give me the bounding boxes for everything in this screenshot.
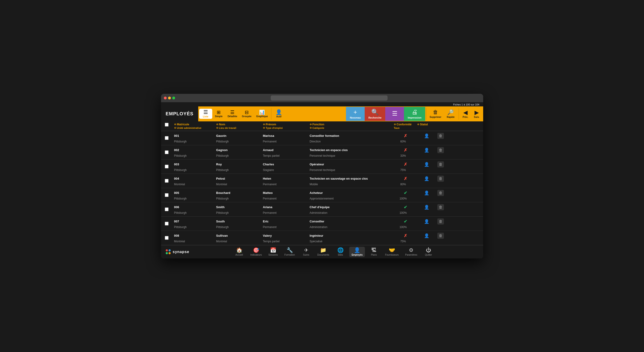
delete-button-1[interactable]: 🗑	[437, 147, 444, 153]
nav-item-quitter[interactable]: ⏻ Quitter	[422, 247, 436, 257]
header-main: EMPLOYÉS ☰ Liste ⊞ Simple	[161, 106, 483, 121]
cell-actions-4: 🗑	[436, 190, 445, 196]
view-groupee-button[interactable]: ⊟ Groupée	[240, 109, 254, 119]
fournisseurs-nav-label: Fournisseurs	[385, 253, 398, 256]
row-content-4: 005 Bouchard Matteo Acheteur ✔ 👤 🗑 Pitts…	[174, 188, 480, 202]
fiches-info: Fiches 1 à 100 sur 104	[453, 103, 480, 106]
row-main-3: 004 Pelosi Helen Technicien en sauvetage…	[174, 174, 480, 182]
suiv-button[interactable]: ▶ Suiv.	[471, 107, 482, 121]
select-all-checkbox[interactable]	[165, 123, 168, 127]
supprimer-button[interactable]: 🗑 Supprimer	[427, 107, 444, 121]
quitter-nav-label: Quitter	[425, 253, 432, 256]
recherche-button[interactable]: 🔍 Recherche	[365, 107, 385, 121]
nouveau-button[interactable]: + Nouveau	[346, 107, 365, 121]
cell-categorie-7: Spécialisé	[310, 240, 394, 243]
row-checkbox-6-input[interactable]	[165, 222, 168, 225]
nav-item-fournisseurs[interactable]: 🤝 Fournisseurs	[383, 247, 401, 257]
cell-actions-1: 🗑	[436, 147, 445, 153]
cell-conformite-5: ✔	[394, 205, 417, 210]
nav-item-parametres[interactable]: ⚙ Paramètres	[403, 247, 420, 257]
quitter-nav-icon: ⏻	[426, 248, 431, 253]
nav-item-suivis[interactable]: ✈ Suivis	[299, 247, 313, 257]
row-checkbox-3-input[interactable]	[165, 179, 168, 183]
parametres-nav-icon: ⚙	[409, 248, 414, 253]
delete-button-7[interactable]: 🗑	[437, 233, 444, 239]
nav-item-indicateurs[interactable]: 🎯 Indicateurs	[248, 247, 264, 257]
row-checkbox-1-input[interactable]	[165, 150, 168, 154]
table-row[interactable]: 007 South Eric Conseiller ✔ 👤 🗑 Pittsbur…	[161, 217, 483, 231]
cell-type-emploi-6: Permanent	[263, 225, 310, 229]
row-checkbox-4-input[interactable]	[165, 193, 168, 197]
menu-button[interactable]: ☰	[385, 107, 404, 121]
delete-button-0[interactable]: 🗑	[437, 133, 444, 139]
row-content-2: 003 Roy Charles Opérateur ✗ 👤 🗑 Pittsbur…	[174, 160, 480, 174]
fullscreen-button[interactable]	[172, 97, 175, 99]
filter-actif-button[interactable]: 👤 Actif	[272, 109, 286, 119]
delete-button-2[interactable]: 🗑	[437, 161, 444, 167]
header-checkbox-col	[165, 123, 174, 129]
table-row[interactable]: 002 Gagnon Arnaud Technicien en espace c…	[161, 145, 483, 160]
cell-actions-0: 🗑	[436, 133, 445, 139]
impression-button[interactable]: 🖨 Impression	[404, 107, 425, 121]
nav-item-sites[interactable]: 🌐 Sites	[333, 247, 347, 257]
delete-button-6[interactable]: 🗑	[437, 218, 444, 224]
minimize-button[interactable]	[168, 97, 171, 99]
toolbar-inner: ☰ Liste ⊞ Simple ☰ Détaillée	[198, 106, 483, 121]
nav-item-sessions[interactable]: 📅 Sessions	[266, 247, 280, 257]
table-row[interactable]: 003 Roy Charles Opérateur ✗ 👤 🗑 Pittsbur…	[161, 160, 483, 174]
cell-statut-6: 👤	[417, 219, 436, 224]
row-checkbox-7-input[interactable]	[165, 236, 168, 240]
cell-categorie-1: Personnel technique	[310, 154, 394, 157]
cell-fonction-0: Conseiller formation	[310, 134, 394, 138]
cell-taux-5: 100%	[394, 211, 412, 214]
table-row[interactable]: 004 Pelosi Helen Technicien en sauvetage…	[161, 174, 483, 188]
cell-categorie-3: Mobile	[310, 183, 394, 186]
view-simple-button[interactable]: ⊞ Simple	[212, 109, 225, 119]
table-row[interactable]: 008 Sullivan Valery Ingénieur ✗ 👤 🗑 Mont…	[161, 231, 483, 245]
cell-type-emploi-3: Permanent	[263, 183, 310, 186]
statut-person-icon: 👤	[424, 176, 429, 181]
cell-conformite-2: ✗	[394, 162, 417, 167]
cell-conformite-1: ✗	[394, 148, 417, 153]
cell-type-emploi-7: Temps partiel	[263, 240, 310, 243]
row-content-7: 008 Sullivan Valery Ingénieur ✗ 👤 🗑 Mont…	[174, 231, 480, 245]
nav-item-documents[interactable]: 📁 Documents	[315, 247, 332, 257]
titlebar	[161, 94, 483, 102]
cell-statut-4: 👤	[417, 190, 436, 196]
nav-item-plans[interactable]: 🏗 Plans	[367, 247, 381, 257]
row-sub-2: Pittsburgh Pittsburgh Stagiaire Personne…	[174, 168, 480, 174]
view-detaillee-button[interactable]: ☰ Détaillée	[225, 109, 240, 119]
delete-button-4[interactable]: 🗑	[437, 190, 444, 196]
sites-nav-label: Sites	[338, 253, 343, 256]
groupee-icon: ⊟	[245, 110, 249, 115]
delete-button-3[interactable]: 🗑	[437, 176, 444, 182]
cell-matricule-3: 004	[174, 177, 216, 180]
cell-matricule-1: 002	[174, 148, 216, 152]
nav-item-formation[interactable]: 🔧 Formation	[282, 247, 297, 257]
row-checkbox-5-input[interactable]	[165, 207, 168, 211]
delete-button-5[interactable]: 🗑	[437, 204, 444, 210]
row-checkbox-2-input[interactable]	[165, 165, 168, 168]
nav-item-accueil[interactable]: 🏠 Accueil	[232, 247, 246, 257]
titlebar-search[interactable]	[271, 95, 388, 101]
table-row[interactable]: 006 Smith Ariana Chef d'équipe ✔ 👤 🗑 Pit…	[161, 202, 483, 217]
prec-button[interactable]: ◀ Préc.	[460, 107, 471, 121]
cell-actions-6: 🗑	[436, 218, 445, 224]
rapide-button[interactable]: 🔎 Rapide	[444, 107, 458, 121]
cell-nom-0: Gauvin	[216, 134, 263, 138]
row-main-2: 003 Roy Charles Opérateur ✗ 👤 🗑	[174, 160, 480, 168]
title-block: EMPLOYÉS	[161, 106, 198, 121]
logo-dot-orange	[168, 252, 171, 254]
nav-item-employes[interactable]: 👤 Employés	[349, 247, 365, 257]
close-button[interactable]	[164, 97, 167, 99]
conformite-x-icon: ✗	[404, 162, 407, 167]
table-row[interactable]: 005 Bouchard Matteo Acheteur ✔ 👤 🗑 Pitts…	[161, 188, 483, 202]
cell-matricule-7: 008	[174, 234, 216, 237]
cell-matricule-4: 005	[174, 191, 216, 195]
cell-categorie-2: Personnel technique	[310, 168, 394, 172]
table-row[interactable]: 001 Gauvin Marissa Conseiller formation …	[161, 131, 483, 145]
view-liste-button[interactable]: ☰ Liste	[199, 109, 212, 119]
cell-lieu-7: Montréal	[216, 240, 263, 243]
row-checkbox-0-input[interactable]	[165, 136, 168, 140]
view-graphique-button[interactable]: 📊 Graphique	[254, 109, 270, 119]
